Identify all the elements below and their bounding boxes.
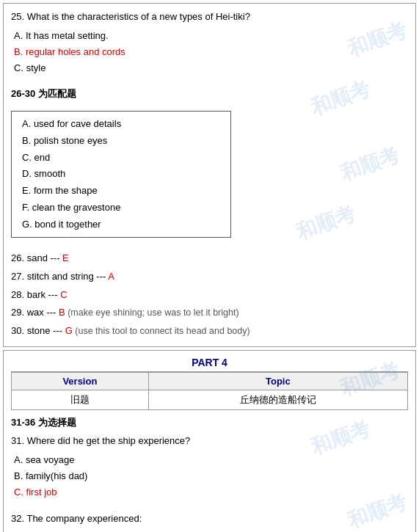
answer-26: 26. sand --- E [11,249,408,268]
match-d: D. smooth [22,166,223,183]
match-g: G. bond it together [22,216,223,233]
answer-28-val: C [60,289,67,300]
answer-26-val: E [62,252,69,263]
answers-2630: 26. sand --- E 27. stitch and string ---… [11,249,408,340]
table-header-version: Version [12,372,149,390]
q32-text: 32. The company experienced: [11,511,408,527]
q25-text-a: It has metal setting. [26,30,109,41]
answer-30-val: G [65,325,73,336]
q25-option-c: C. style [14,60,408,76]
table-cell-topic: 丘纳德的造船传记 [148,390,407,409]
part4-header: PART 4 [11,357,408,372]
q25-text-c: style [26,62,46,73]
q25-text: 25. What is the characteristics of a new… [11,10,408,25]
watermark-3: 和顺考 [336,141,404,188]
answer-28-q: 28. bark --- [11,289,60,300]
answer-29-note: (make eye shining; use was to let it bri… [65,307,239,318]
q31-option-c: C. first job [14,484,408,500]
answer-27: 27. stitch and string --- A [11,268,408,286]
match-c: C. end [22,150,223,167]
match-f: F. clean the gravestone [22,200,223,216]
part1-section: 和顺考 和顺考 和顺考 和顺考 25. What is the characte… [3,3,416,347]
match-b: B. polish stone eyes [22,133,223,150]
match-e: E. form the shape [22,183,223,200]
match-a: A. used for cave details [22,116,223,133]
answer-27-q: 27. stitch and string --- [11,271,108,282]
answer-28: 28. bark --- C [11,286,408,305]
q31-text: 31. Where did he get the ship experience… [11,434,408,449]
answer-30: 30. stone --- G (use this tool to connec… [11,322,408,340]
answer-29: 29. wax --- B (make eye shining; use was… [11,304,408,322]
q25-option-a: A. It has metal setting. [14,28,408,44]
answer-26-q: 26. sand --- [11,252,62,263]
table-row: 旧题 丘纳德的造船传记 [12,390,408,409]
q31-option-b: B. family(his dad) [14,468,408,484]
answer-27-val: A [108,271,114,282]
part4-table: Version Topic 旧题 丘纳德的造船传记 [11,372,408,410]
answer-29-q: 29. wax --- [11,307,59,318]
answer-29-val: B [59,307,65,318]
answer-30-q: 30. stone --- [11,325,65,336]
q25-label-b: B. [14,46,23,57]
matching-options-box: A. used for cave details B. polish stone… [11,111,231,238]
part4-section: 和顺考 和顺考 和顺考 PART 4 Version Topic 旧题 丘纳德的… [3,350,416,532]
answer-30-note: (use this tool to connect its head and b… [73,326,250,336]
q25-text-b: regular holes and cords [26,46,125,57]
q25-label-c: C. [14,62,23,73]
table-header-topic: Topic [148,372,407,390]
q25-label-a: A. [14,30,23,41]
section-2630-header: 26-30 为匹配题 [11,87,408,101]
table-cell-version: 旧题 [12,390,149,409]
q25-option-b: B. regular holes and cords [14,44,408,60]
watermark-4: 和顺考 [292,200,360,247]
section-3136-header: 31-36 为选择题 [11,416,408,429]
q31-option-a: A. sea voyage [14,452,408,468]
